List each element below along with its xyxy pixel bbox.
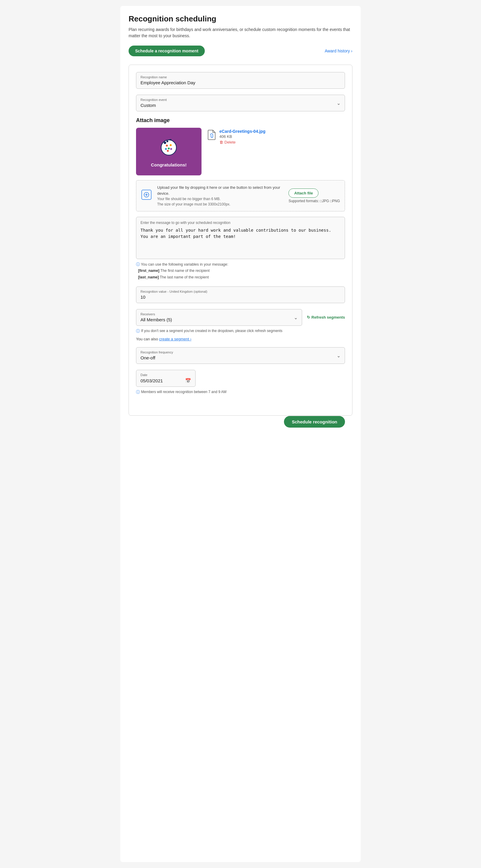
svg-point-4 <box>165 148 167 150</box>
trash-icon: 🗑 <box>219 140 223 145</box>
file-attachment-icon <box>207 129 216 142</box>
message-textarea[interactable] <box>140 227 341 254</box>
recognition-event-select[interactable]: Recognition event Custom ⌄ <box>136 95 345 112</box>
info-icon: ⓘ <box>136 262 140 267</box>
attach-image-section: Attach image <box>136 117 345 211</box>
svg-point-8 <box>166 140 168 142</box>
recognition-name-field[interactable]: Recognition name <box>136 72 345 89</box>
receivers-label: Receivers <box>140 312 298 316</box>
members-hint: ⓘ Members will receive recognition betwe… <box>136 389 345 395</box>
date-field[interactable]: Date 📅 <box>136 370 196 387</box>
form-card: Recognition name Recognition event Custo… <box>129 65 352 416</box>
svg-point-7 <box>164 142 166 144</box>
image-preview: Congratulations! <box>136 128 201 176</box>
attach-file-section: Attach file Supported formats: □JPG □PNG <box>288 188 340 203</box>
attach-file-button[interactable]: Attach file <box>288 188 319 198</box>
date-input[interactable] <box>140 378 176 383</box>
chevron-down-icon-receivers: ⌄ <box>294 314 298 320</box>
receivers-group: Receivers All Members (5) ⌄ ↻ Refresh se… <box>136 309 345 342</box>
file-size: 406 KB <box>219 134 265 139</box>
info-icon-segment: ⓘ <box>136 328 140 334</box>
page-title: Recognition scheduling <box>129 14 352 24</box>
file-info: eCard-Greetings-04.jpg 406 KB 🗑 Delete <box>207 128 265 145</box>
svg-point-6 <box>167 150 169 152</box>
upload-area[interactable]: Upload your file by dropping it here or … <box>136 180 345 211</box>
recognition-event-group: Recognition event Custom ⌄ <box>136 95 345 112</box>
date-field-inner: 📅 <box>140 378 191 383</box>
header-actions: Schedule a recognition moment Award hist… <box>129 45 352 56</box>
recognition-name-input[interactable] <box>140 80 341 85</box>
cookie-illustration <box>157 136 181 160</box>
submit-row: Schedule recognition <box>136 401 345 407</box>
recognition-value-input[interactable] <box>140 294 341 300</box>
svg-point-5 <box>170 148 172 150</box>
image-row: Congratulations! eCard-Greetings-04.jpg … <box>136 128 345 176</box>
attach-image-title: Attach image <box>136 117 345 124</box>
message-field[interactable]: Enter the message to go with your schedu… <box>136 217 345 259</box>
chevron-down-icon-frequency: ⌄ <box>336 353 341 359</box>
upload-icon <box>141 189 152 202</box>
award-history-link[interactable]: Award history › <box>325 49 352 53</box>
recognition-value-field[interactable]: Recognition value - United Kingdom (opti… <box>136 286 345 303</box>
create-segment-link[interactable]: create a segment › <box>159 337 191 341</box>
recognition-name-group: Recognition name <box>136 72 345 89</box>
recognition-frequency-select[interactable]: Recognition frequency One-off ⌄ <box>136 347 345 364</box>
segment-hint: ⓘ If you don't see a segment you've crea… <box>136 328 345 334</box>
congrats-label: Congratulations! <box>151 162 187 167</box>
recognition-name-label: Recognition name <box>140 75 341 79</box>
page-subtitle: Plan recurring awards for birthdays and … <box>129 27 352 39</box>
svg-point-1 <box>166 145 168 146</box>
file-details: eCard-Greetings-04.jpg 406 KB 🗑 Delete <box>219 129 265 145</box>
recognition-frequency-label: Recognition frequency <box>140 350 341 354</box>
recognition-event-label: Recognition event <box>140 98 341 101</box>
date-label: Date <box>140 373 191 377</box>
supported-formats: Supported formats: □JPG □PNG <box>288 199 340 203</box>
message-group: Enter the message to go with your schedu… <box>136 217 345 280</box>
upload-text: Upload your file by dropping it here or … <box>157 185 283 207</box>
recognition-event-value: Custom <box>140 103 156 108</box>
recognition-frequency-value: One-off <box>140 355 155 360</box>
svg-point-0 <box>161 140 176 155</box>
create-segment-row: You can also create a segment › <box>136 337 345 341</box>
svg-point-3 <box>168 147 170 149</box>
recognition-frequency-group: Recognition frequency One-off ⌄ <box>136 347 345 364</box>
refresh-segments-button[interactable]: ↻ Refresh segments <box>307 315 345 319</box>
receivers-row: Receivers All Members (5) ⌄ ↻ Refresh se… <box>136 309 345 326</box>
message-label: Enter the message to go with your schedu… <box>140 221 341 225</box>
delete-button[interactable]: 🗑 Delete <box>219 140 265 145</box>
info-icon-members: ⓘ <box>136 389 140 395</box>
chevron-down-icon: ⌄ <box>336 100 341 106</box>
file-name: eCard-Greetings-04.jpg <box>219 129 265 134</box>
schedule-recognition-button[interactable]: Schedule recognition <box>284 416 345 428</box>
recognition-value-group: Recognition value - United Kingdom (opti… <box>136 286 345 303</box>
date-group: Date 📅 ⓘ Members will receive recognitio… <box>136 370 345 395</box>
receivers-select[interactable]: Receivers All Members (5) ⌄ <box>136 309 302 326</box>
variables-hint: ⓘ You can use the following variables in… <box>136 261 345 280</box>
schedule-moment-button[interactable]: Schedule a recognition moment <box>129 45 205 56</box>
refresh-icon: ↻ <box>307 315 310 319</box>
recognition-value-label: Recognition value - United Kingdom (opti… <box>140 290 341 293</box>
page-container: Recognition scheduling Plan recurring aw… <box>120 6 361 862</box>
calendar-icon[interactable]: 📅 <box>185 378 191 383</box>
receivers-value: All Members (5) <box>140 317 172 322</box>
svg-point-2 <box>170 144 171 146</box>
